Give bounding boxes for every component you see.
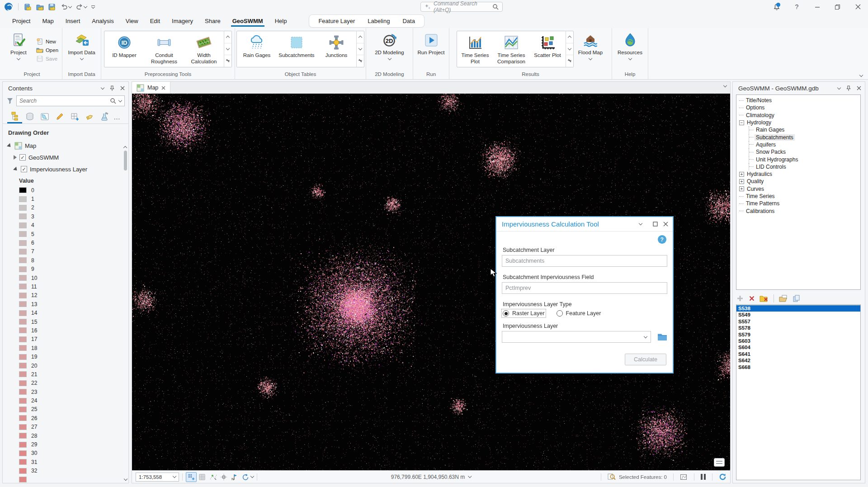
map-extent-icon[interactable] [680, 473, 688, 481]
gallery-scrollbar[interactable] [356, 31, 364, 67]
plus-expander-icon[interactable]: + [739, 172, 744, 177]
status-options-icon[interactable] [250, 474, 254, 478]
subcatchments-button[interactable]: Subcatchments [277, 31, 316, 67]
rotate-icon[interactable] [240, 472, 251, 482]
conduit-roughness-button[interactable]: Conduit Roughness [144, 31, 184, 67]
data-source-tab-icon[interactable] [22, 110, 37, 123]
layer-checkbox[interactable]: ✓ [21, 166, 27, 172]
tree-item-aquifers[interactable]: Aquifers [739, 141, 860, 148]
contents-scrollbar[interactable] [123, 145, 127, 472]
gallery-scrollbar[interactable] [224, 31, 231, 67]
tree-item-snow-packs[interactable]: Snow Packs [739, 148, 860, 156]
subcatchment-list-item[interactable]: S549 [736, 312, 860, 318]
menu-tab-imagery[interactable]: Imagery [166, 15, 199, 27]
project-button[interactable]: Project [4, 30, 33, 70]
rain-gages-button[interactable]: Rain Gages [237, 31, 277, 67]
resources-button[interactable]: Resources [615, 30, 645, 70]
close-dialog-icon[interactable] [663, 222, 668, 227]
editing-tab-icon[interactable] [52, 110, 67, 123]
restore-button[interactable] [827, 0, 848, 14]
subcatchment-list-item[interactable]: S578 [736, 325, 860, 331]
filter-icon[interactable] [6, 97, 14, 104]
search-input[interactable] [19, 98, 107, 104]
more-tabs-icon[interactable]: … [112, 113, 123, 121]
time-series-plot-button[interactable]: Time Series Plot [457, 31, 493, 67]
command-search[interactable]: Command Search (Alt+Q) [420, 2, 503, 12]
tree-item-unit-hydrographs[interactable]: Unit Hydrographs [739, 156, 860, 163]
menu-tab-help[interactable]: Help [269, 15, 293, 27]
menu-tab-insert[interactable]: Insert [60, 15, 86, 27]
tree-item-options[interactable]: Options [739, 104, 860, 111]
pin-icon[interactable] [109, 85, 115, 91]
customize-qat-button[interactable] [91, 5, 95, 8]
subcatchment-list-item[interactable]: S579 [736, 331, 860, 338]
gallery-scrollbar[interactable] [566, 31, 573, 67]
snapping-tab-icon[interactable] [67, 110, 82, 123]
tree-item-lid-controls[interactable]: LID Controls [739, 163, 860, 170]
open-table-icon[interactable] [779, 294, 788, 303]
pause-drawing-icon[interactable] [701, 474, 706, 480]
save-project-icon[interactable] [24, 3, 32, 11]
contextual-tab-feature-layer[interactable]: Feature Layer [312, 16, 361, 26]
tree-item-hydrology[interactable]: −Hydrology [739, 119, 860, 126]
menu-tab-edit[interactable]: Edit [144, 15, 166, 27]
redo-button[interactable] [76, 3, 87, 10]
imperviousness-field-input[interactable] [502, 282, 667, 294]
menu-tab-share[interactable]: Share [199, 15, 226, 27]
subcatchment-list-item[interactable]: S668 [736, 364, 860, 370]
scatter-plot-button[interactable]: Scatter Plot [529, 31, 566, 67]
tree-item-curves[interactable]: +Curves [739, 185, 860, 193]
calculate-button[interactable]: Calculate [625, 354, 666, 365]
charts-tab-icon[interactable] [97, 110, 112, 123]
subcatchment-list-item[interactable]: S538 [736, 305, 860, 312]
tree-item-title-notes[interactable]: Title/Notes [739, 97, 860, 104]
expand-icon[interactable] [14, 155, 17, 160]
subcatchment-list-item[interactable]: S642 [736, 357, 860, 364]
delete-object-icon[interactable] [748, 295, 755, 302]
tree-item-hydraulics[interactable]: +Hydraulics [739, 170, 860, 178]
subcatchment-list-item[interactable]: S557 [736, 318, 860, 325]
tree-item-climatology[interactable]: Climatology [739, 112, 860, 119]
undo-button[interactable] [61, 3, 71, 10]
save-button[interactable]: Save [36, 55, 58, 62]
dialog-help-icon[interactable]: ? [658, 235, 666, 244]
search-icon[interactable] [110, 98, 116, 104]
menu-tab-view[interactable]: View [120, 15, 144, 27]
tree-item-rain-gages[interactable]: Rain Gages [739, 126, 860, 133]
subcatchment-layer-input[interactable] [502, 255, 667, 267]
menu-tab-geoswmm[interactable]: GeoSWMM [226, 15, 269, 27]
minimize-button[interactable] [807, 0, 827, 14]
tree-item-time-patterns[interactable]: Time Patterns [739, 200, 860, 207]
new-button[interactable]: New [36, 38, 58, 45]
maximize-dialog-icon[interactable] [653, 222, 658, 227]
browse-folder-icon[interactable] [657, 333, 667, 341]
layer-checkbox[interactable]: ✓ [19, 154, 26, 161]
save-as-icon[interactable] [48, 3, 56, 11]
pane-menu-icon[interactable] [101, 88, 104, 89]
collapse-icon[interactable] [7, 143, 12, 148]
selection-tab-icon[interactable] [37, 110, 52, 123]
tree-item-calibrations[interactable]: Calibrations [739, 207, 860, 214]
collapse-icon[interactable] [13, 166, 19, 172]
add-object-icon[interactable] [736, 294, 744, 303]
notifications-button[interactable] [766, 0, 787, 14]
close-pane-icon[interactable] [857, 86, 861, 90]
close-button[interactable] [848, 0, 868, 14]
view-tab-menu-icon[interactable] [723, 84, 727, 87]
pin-icon[interactable] [846, 85, 851, 91]
grid-icon[interactable] [197, 472, 208, 482]
map-overflow-icon[interactable] [714, 458, 725, 467]
menu-tab-map[interactable]: Map [36, 15, 59, 27]
north-arrow-icon[interactable]: N [229, 472, 240, 482]
tree-item-quality[interactable]: +Quality [739, 178, 860, 185]
id-mapper-button[interactable]: IDID Mapper [104, 31, 144, 67]
refresh-icon[interactable] [719, 473, 726, 481]
open-project-icon[interactable] [36, 3, 44, 11]
subcatchment-list-item[interactable]: S641 [736, 351, 860, 357]
labeling-tab-icon[interactable] [82, 110, 97, 123]
feature-layer-radio[interactable]: Feature Layer [557, 310, 601, 317]
menu-tab-analysis[interactable]: Analysis [86, 15, 119, 27]
2d-modeling-button[interactable]: 2D2D Modeling [375, 30, 405, 70]
plus-expander-icon[interactable]: + [739, 186, 744, 191]
tree-item-time-series[interactable]: Time Series [739, 193, 860, 200]
